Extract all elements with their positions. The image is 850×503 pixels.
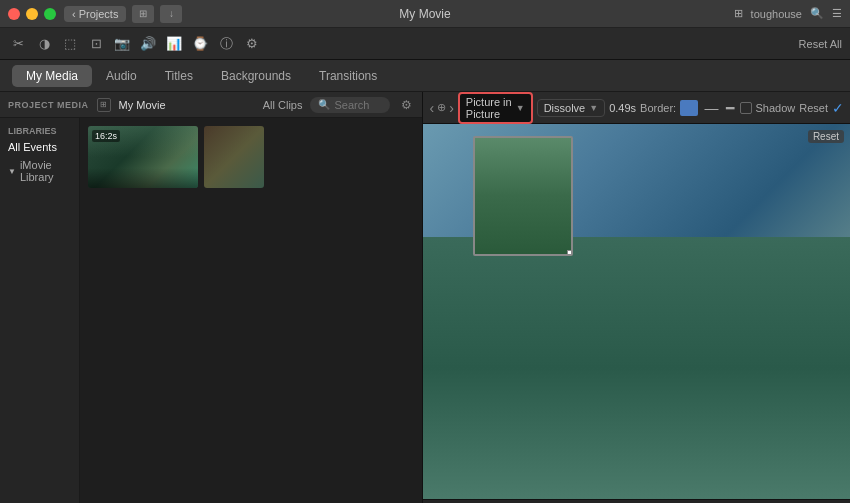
grid-view-button[interactable]: ⊞ xyxy=(132,5,154,23)
media-grid-icon[interactable]: ⊞ xyxy=(97,98,111,112)
pip-resize-handle[interactable] xyxy=(567,250,573,256)
library-sidebar: LIBRARIES All Events ▼ iMovie Library xyxy=(0,118,80,503)
speedometer-icon[interactable]: ⌚ xyxy=(190,34,210,54)
window-title-text: My Movie xyxy=(399,7,450,21)
settings-icon[interactable]: ⚙ xyxy=(242,34,262,54)
main-content: PROJECT MEDIA ⊞ My Movie All Clips 🔍 ⚙ L… xyxy=(0,92,850,503)
pip-dropdown-arrow: ▼ xyxy=(516,103,525,113)
next-icon[interactable]: › xyxy=(449,100,454,116)
close-button[interactable] xyxy=(8,8,20,20)
shadow-label: Shadow xyxy=(755,102,795,114)
title-bar: ‹ Projects ⊞ ↓ My Movie ⊞ toughouse 🔍 ☰ xyxy=(0,0,850,28)
tab-my-media[interactable]: My Media xyxy=(12,65,92,87)
video-controls-bar: ‹ ⊕ › Picture in Picture ▼ Dissolve ▼ 0.… xyxy=(423,92,850,124)
pip-video-overlay[interactable] xyxy=(473,136,573,256)
preview-area: Reset xyxy=(423,124,850,499)
border-label: Border: xyxy=(640,102,676,114)
prev-icon[interactable]: ‹ xyxy=(429,100,434,116)
clip2-video[interactable] xyxy=(204,126,264,188)
border-thin-icon[interactable]: — xyxy=(702,100,720,116)
download-button[interactable]: ↓ xyxy=(160,5,182,23)
search-icon: 🔍 xyxy=(318,99,330,110)
app-icon: ⊞ xyxy=(734,7,743,20)
search-input[interactable] xyxy=(334,99,384,111)
title-bar-left: ‹ Projects ⊞ ↓ xyxy=(64,5,182,23)
pip-mode-label: Picture in Picture xyxy=(466,96,512,120)
clips-area: 16:2s xyxy=(80,118,422,503)
transition-select[interactable]: Dissolve ▼ xyxy=(537,99,606,117)
toolbar-tabs: My Media Audio Titles Backgrounds Transi… xyxy=(0,60,850,92)
sidebar-item-all-events[interactable]: All Events xyxy=(0,138,79,156)
window-title: My Movie xyxy=(399,7,450,21)
shadow-checkbox[interactable] xyxy=(740,102,752,114)
right-panel: ‹ ⊕ › Picture in Picture ▼ Dissolve ▼ 0.… xyxy=(423,92,850,503)
media-body: LIBRARIES All Events ▼ iMovie Library 16… xyxy=(0,118,422,503)
crop-tool-icon[interactable]: ✂ xyxy=(8,34,28,54)
color-tool-icon[interactable]: ◑ xyxy=(34,34,54,54)
tab-transitions[interactable]: Transitions xyxy=(305,65,391,87)
confirm-icon[interactable]: ✓ xyxy=(832,100,844,116)
my-movie-label: My Movie xyxy=(119,99,166,111)
dissolve-arrow: ▼ xyxy=(589,103,598,113)
menu-icon[interactable]: ☰ xyxy=(832,7,842,20)
project-media-header: PROJECT MEDIA ⊞ My Movie All Clips 🔍 ⚙ xyxy=(0,92,422,118)
project-media-label: PROJECT MEDIA xyxy=(8,100,89,110)
minimize-button[interactable] xyxy=(26,8,38,20)
all-clips-label: All Clips xyxy=(263,99,303,111)
user-label: toughouse xyxy=(751,8,802,20)
transform-icon[interactable]: ⬚ xyxy=(60,34,80,54)
search-box: 🔍 xyxy=(310,97,390,113)
triangle-icon: ▼ xyxy=(8,167,16,176)
projects-label: Projects xyxy=(79,8,119,20)
zoom-icon[interactable]: ⊕ xyxy=(437,101,446,114)
clip-thumbnail-2[interactable] xyxy=(204,126,264,188)
info-circle-icon[interactable]: ⓘ xyxy=(216,34,236,54)
camera-icon[interactable]: 📷 xyxy=(112,34,132,54)
nav-arrows: ‹ ⊕ › xyxy=(429,100,453,116)
border-thick-icon[interactable]: ━ xyxy=(724,100,736,116)
title-bar-right: ⊞ toughouse 🔍 ☰ xyxy=(734,7,842,20)
chart-icon[interactable]: 📊 xyxy=(164,34,184,54)
crop-icon[interactable]: ⊡ xyxy=(86,34,106,54)
import-icon[interactable]: ⚙ xyxy=(398,97,414,113)
clip1-duration: 16:2s xyxy=(92,130,120,142)
window-controls xyxy=(8,8,56,20)
clip-thumbnail-1[interactable]: 16:2s xyxy=(88,126,198,188)
pip-mode-select[interactable]: Picture in Picture ▼ xyxy=(458,92,533,124)
sidebar-item-imovie-library[interactable]: ▼ iMovie Library xyxy=(0,156,79,186)
clip1-video[interactable]: 16:2s xyxy=(88,126,198,188)
reset-all-button[interactable]: Reset All xyxy=(799,38,842,50)
transition-label: Dissolve xyxy=(544,102,586,114)
libraries-header: LIBRARIES xyxy=(0,122,79,138)
chevron-left-icon: ‹ xyxy=(72,8,76,20)
toolbar-icons-bar: ✂ ◑ ⬚ ⊡ 📷 🔊 📊 ⌚ ⓘ ⚙ Reset All xyxy=(0,28,850,60)
pip-reset-button[interactable]: Reset xyxy=(808,130,844,143)
duration-display: 0.49s xyxy=(609,102,636,114)
maximize-button[interactable] xyxy=(44,8,56,20)
audio-icon[interactable]: 🔊 xyxy=(138,34,158,54)
left-panel: PROJECT MEDIA ⊞ My Movie All Clips 🔍 ⚙ L… xyxy=(0,92,423,503)
reset-button[interactable]: Reset xyxy=(799,102,828,114)
border-color-swatch[interactable] xyxy=(680,100,698,116)
shadow-option: Shadow xyxy=(740,102,795,114)
tab-titles[interactable]: Titles xyxy=(151,65,207,87)
search-icon[interactable]: 🔍 xyxy=(810,7,824,20)
back-button[interactable]: ‹ Projects xyxy=(64,6,126,22)
tab-backgrounds[interactable]: Backgrounds xyxy=(207,65,305,87)
playback-controls: 🎙 ⏮ ▶ ⏭ ⤢ xyxy=(423,499,850,503)
tab-audio[interactable]: Audio xyxy=(92,65,151,87)
